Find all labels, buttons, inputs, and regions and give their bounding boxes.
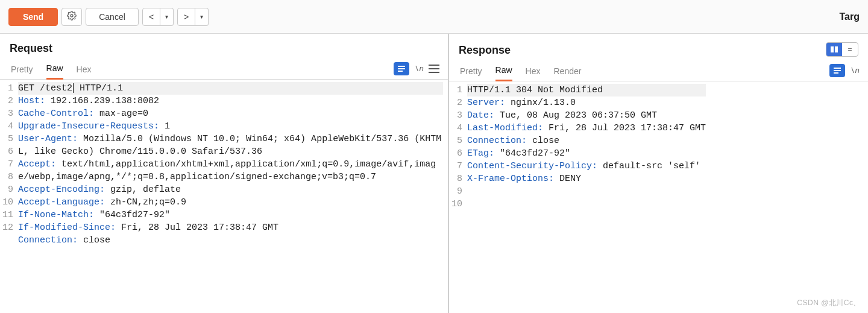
response-pane: Response = Pretty Raw Hex Render \n xyxy=(449,34,868,313)
svg-rect-2 xyxy=(398,68,405,69)
newline-toggle-resp[interactable]: \n xyxy=(850,66,860,75)
split-panes: Request Pretty Raw Hex \n 12345678910111… xyxy=(0,34,868,313)
layout-toggle[interactable]: = xyxy=(826,42,858,57)
layout-columns-icon[interactable] xyxy=(826,43,842,56)
tab-render-resp[interactable]: Render xyxy=(554,66,582,81)
svg-rect-5 xyxy=(835,46,838,52)
target-label: Targ xyxy=(840,11,860,22)
response-tabs: Pretty Raw Hex Render \n xyxy=(449,57,868,81)
layout-rows-icon[interactable]: = xyxy=(842,43,858,56)
response-editor[interactable]: 12345678910 HTTP/1.1 304 Not ModifiedSer… xyxy=(449,81,868,313)
svg-rect-1 xyxy=(398,66,405,67)
newline-toggle[interactable]: \n xyxy=(414,65,424,74)
request-pane: Request Pretty Raw Hex \n 12345678910111… xyxy=(0,34,449,313)
request-editor[interactable]: 123456789101112 GET /test2 HTTP/1.1Host:… xyxy=(0,80,448,313)
svg-rect-3 xyxy=(398,71,403,72)
tab-hex-resp[interactable]: Hex xyxy=(526,66,541,81)
svg-rect-4 xyxy=(831,46,834,52)
history-forward-dropdown[interactable]: ▾ xyxy=(195,8,209,26)
tab-pretty-resp[interactable]: Pretty xyxy=(460,66,482,81)
tab-raw-resp[interactable]: Raw xyxy=(495,65,512,81)
main-toolbar: Send Cancel < ▾ > ▾ Targ xyxy=(0,0,868,34)
request-title: Request xyxy=(10,42,52,55)
request-tabs: Pretty Raw Hex \n xyxy=(0,55,448,80)
cancel-button[interactable]: Cancel xyxy=(86,8,139,26)
history-back-dropdown[interactable]: ▾ xyxy=(160,8,174,26)
tab-hex[interactable]: Hex xyxy=(77,65,92,79)
menu-icon[interactable] xyxy=(429,65,439,73)
tab-pretty[interactable]: Pretty xyxy=(11,65,33,79)
send-button[interactable]: Send xyxy=(8,8,58,26)
settings-button[interactable] xyxy=(61,8,82,26)
actions-icon-resp[interactable] xyxy=(829,64,845,77)
history-back-button[interactable]: < xyxy=(142,8,160,26)
svg-point-0 xyxy=(71,14,73,17)
tab-raw[interactable]: Raw xyxy=(46,63,63,80)
svg-rect-7 xyxy=(834,70,841,71)
history-back-group: < ▾ xyxy=(142,8,174,26)
history-forward-button[interactable]: > xyxy=(177,8,195,26)
actions-icon[interactable] xyxy=(394,62,409,75)
gear-icon xyxy=(67,11,77,22)
response-title: Response xyxy=(459,44,511,57)
history-forward-group: > ▾ xyxy=(177,8,209,26)
svg-rect-6 xyxy=(834,68,841,69)
svg-rect-8 xyxy=(834,72,838,74)
